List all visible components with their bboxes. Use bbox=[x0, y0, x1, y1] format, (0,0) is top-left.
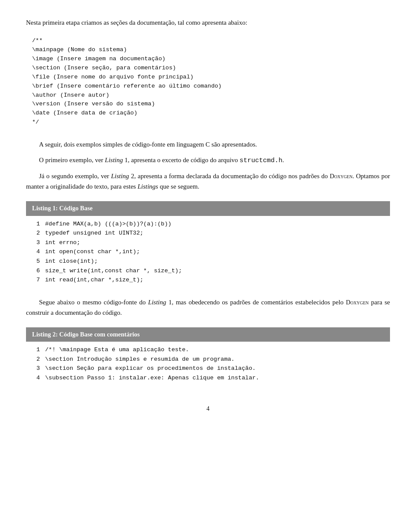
listing1-header: Listing 1: Código Base bbox=[26, 201, 390, 215]
table-row: 2 \section Introdução simples e resumida… bbox=[32, 355, 384, 364]
text-segue-mid: 1, mas obedecendo os padrões de comentár… bbox=[166, 299, 346, 306]
line-code: \section Seção para explicar os procedim… bbox=[45, 364, 384, 373]
line-number: 6 bbox=[32, 266, 40, 276]
text-listing-ref2: Listing bbox=[111, 173, 129, 180]
line-number: 4 bbox=[32, 247, 40, 257]
line-code: int open(const char *,int); bbox=[45, 247, 384, 257]
table-row: 3 \section Seção para explicar os proced… bbox=[32, 364, 384, 373]
table-row: 6size_t write(int,const char *, size_t); bbox=[32, 266, 384, 276]
listing2-header: Listing 2: Código Base com comentários bbox=[26, 327, 390, 342]
line-code: \subsection Passo 1: instalar.exe: Apena… bbox=[45, 373, 384, 383]
line-number: 2 bbox=[32, 355, 40, 364]
text-seguir: A seguir, dois exemplos simples de códig… bbox=[39, 141, 257, 148]
table-row: 7int read(int,char *,size_t); bbox=[32, 275, 384, 285]
line-code: /*! \mainpage Esta é uma aplicação teste… bbox=[45, 345, 384, 355]
line-code: int errno; bbox=[45, 238, 384, 248]
line-code: size_t write(int,const char *, size_t); bbox=[45, 266, 384, 276]
table-row: 1#define MAX(a,b) (((a)>(b))?(a):(b)) bbox=[32, 219, 384, 229]
docblock: /** \mainpage (Nome do sistema) \image (… bbox=[26, 33, 390, 131]
listing2-container: Listing 2: Código Base com comentários 1… bbox=[26, 327, 390, 387]
line-number: 1 bbox=[32, 219, 40, 229]
line-number: 5 bbox=[32, 257, 40, 266]
line-number: 7 bbox=[32, 275, 40, 285]
text-primeiro-mid: 1, apresenta o excerto de código do arqu… bbox=[123, 157, 240, 163]
paragraph-examples: A seguir, dois exemplos simples de códig… bbox=[26, 139, 390, 150]
paragraph-listing2-desc: Segue abaixo o mesmo código-fonte do Lis… bbox=[26, 297, 390, 318]
intro-paragraph: Nesta primeira etapa criamos as seções d… bbox=[26, 17, 390, 28]
text-listing-ref3: Listing bbox=[148, 299, 166, 306]
line-code: int close(int); bbox=[45, 257, 384, 266]
text-doxygen2: Doxygen bbox=[346, 299, 369, 306]
text-primeiro-end: . bbox=[283, 157, 284, 163]
line-code: int read(int,char *,size_t); bbox=[45, 275, 384, 285]
text-doxygen1: Doxygen bbox=[330, 173, 353, 180]
table-row: 3int errno; bbox=[32, 238, 384, 248]
listing1-container: Listing 1: Código Base 1#define MAX(a,b)… bbox=[26, 201, 390, 289]
paragraph-listing2-ref: Já o segundo exemplo, ver Listing 2, apr… bbox=[26, 171, 390, 192]
text-structcmd: structcmd.h bbox=[240, 157, 283, 164]
line-code: #define MAX(a,b) (((a)>(b))?(a):(b)) bbox=[45, 219, 384, 229]
table-row: 4 \subsection Passo 1: instalar.exe: Ape… bbox=[32, 373, 384, 383]
table-row: 2typedef unsigned int UINT32; bbox=[32, 228, 384, 238]
text-segue: Segue abaixo o mesmo código-fonte do bbox=[39, 299, 148, 306]
text-segundo: Já o segundo exemplo, ver bbox=[39, 173, 111, 180]
text-listing-ref1: Listing bbox=[105, 157, 123, 163]
text-listings-ref: Listings bbox=[137, 183, 158, 190]
line-number: 3 bbox=[32, 364, 40, 373]
line-code: \section Introdução simples e resumida d… bbox=[45, 355, 384, 364]
table-row: 4int open(const char *,int); bbox=[32, 247, 384, 257]
table-row: 1/*! \mainpage Esta é uma aplicação test… bbox=[32, 345, 384, 355]
line-number: 3 bbox=[32, 238, 40, 248]
line-number: 2 bbox=[32, 228, 40, 238]
text-segundo-end: que se seguem. bbox=[158, 183, 199, 190]
listing1-body: 1#define MAX(a,b) (((a)>(b))?(a):(b))2ty… bbox=[26, 216, 390, 289]
paragraph-listing1-ref: O primeiro exemplo, ver Listing 1, apres… bbox=[26, 155, 390, 166]
text-primeiro: O primeiro exemplo, ver bbox=[39, 157, 105, 163]
line-number: 1 bbox=[32, 345, 40, 355]
listing2-body: 1/*! \mainpage Esta é uma aplicação test… bbox=[26, 342, 390, 387]
line-number: 4 bbox=[32, 373, 40, 383]
table-row: 5int close(int); bbox=[32, 257, 384, 266]
line-code: typedef unsigned int UINT32; bbox=[45, 228, 384, 238]
text-segundo-mid: 2, apresenta a forma declarada da docume… bbox=[129, 173, 330, 180]
docblock-content: /** \mainpage (Nome do sistema) \image (… bbox=[32, 36, 384, 127]
page-number: 4 bbox=[26, 404, 390, 414]
